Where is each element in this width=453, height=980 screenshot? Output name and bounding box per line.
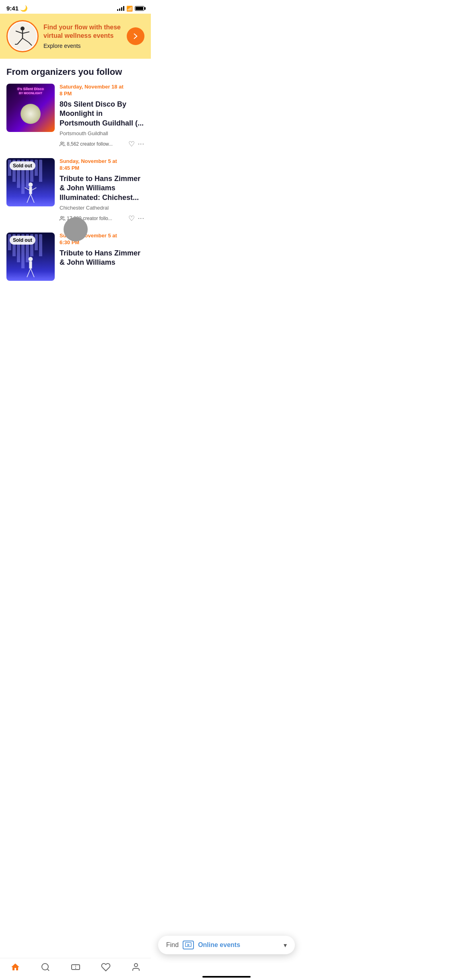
event-image-2: Sold out (6, 158, 55, 206)
svg-point-17 (29, 257, 33, 261)
favorite-button-1[interactable]: ♡ (128, 140, 135, 148)
svg-rect-18 (29, 261, 32, 268)
status-bar: 9:41 🌙 📶 (0, 0, 151, 14)
more-button-2[interactable]: ··· (138, 215, 144, 222)
event-card-2[interactable]: Sold out Sunday, November 5 at8:45 PM Tr… (6, 158, 144, 223)
battery-icon (135, 6, 144, 11)
arrow-right-icon (132, 32, 140, 40)
banner-arrow-button[interactable] (127, 27, 144, 45)
followers-1: 8,562 creator follow... (60, 141, 125, 147)
svg-line-19 (27, 268, 31, 277)
event-venue-1: Portsmouth Guildhall (60, 130, 144, 136)
banner-subtitle: Explore events (43, 43, 122, 49)
event-date-1: Saturday, November 18 at8 PM (60, 84, 144, 97)
event-image-1: 0's Silent DiscoBY MOONLIGHT (6, 84, 55, 132)
sold-out-badge-2: Sold out (10, 161, 35, 170)
section-title: From organizers you follow (0, 67, 151, 77)
sold-out-badge-3: Sold out (10, 236, 35, 245)
svg-point-16 (61, 216, 63, 218)
status-icons: 📶 (117, 6, 144, 12)
event-title-2: Tribute to Hans Zimmer & John Williams I… (60, 174, 144, 202)
event-venue-2: Chichester Cathedral (60, 205, 144, 211)
wifi-icon: 📶 (126, 6, 133, 12)
event-title-1: 80s Silent Disco By Moonlight in Portsmo… (60, 100, 144, 128)
svg-line-20 (31, 268, 34, 277)
banner-title: Find your flow with these virtual wellne… (43, 23, 122, 40)
event-date-2: Sunday, November 5 at8:45 PM (60, 158, 144, 172)
wellness-banner[interactable]: Find your flow with these virtual wellne… (0, 14, 151, 59)
event-meta-1: 8,562 creator follow... ♡ ··· (60, 140, 144, 148)
event-info-2: Sunday, November 5 at8:45 PM Tribute to … (60, 158, 144, 223)
event-image-3: Sold out (6, 233, 55, 281)
gray-overlay-circle (64, 217, 88, 241)
more-button-1[interactable]: ··· (138, 140, 144, 148)
event-info-1: Saturday, November 18 at8 PM 80s Silent … (60, 84, 144, 148)
event-title-3: Tribute to Hans Zimmer& John Williams (60, 249, 144, 268)
svg-point-1 (21, 27, 25, 31)
event-card-1[interactable]: 0's Silent DiscoBY MOONLIGHT Saturday, N… (6, 84, 144, 148)
banner-text: Find your flow with these virtual wellne… (43, 23, 122, 49)
signal-icon (117, 6, 124, 11)
svg-point-9 (61, 142, 63, 144)
banner-avatar (6, 20, 39, 52)
status-time: 9:41 🌙 (6, 5, 28, 12)
favorite-button-2[interactable]: ♡ (128, 214, 135, 223)
event-list: 0's Silent DiscoBY MOONLIGHT Saturday, N… (0, 84, 151, 321)
